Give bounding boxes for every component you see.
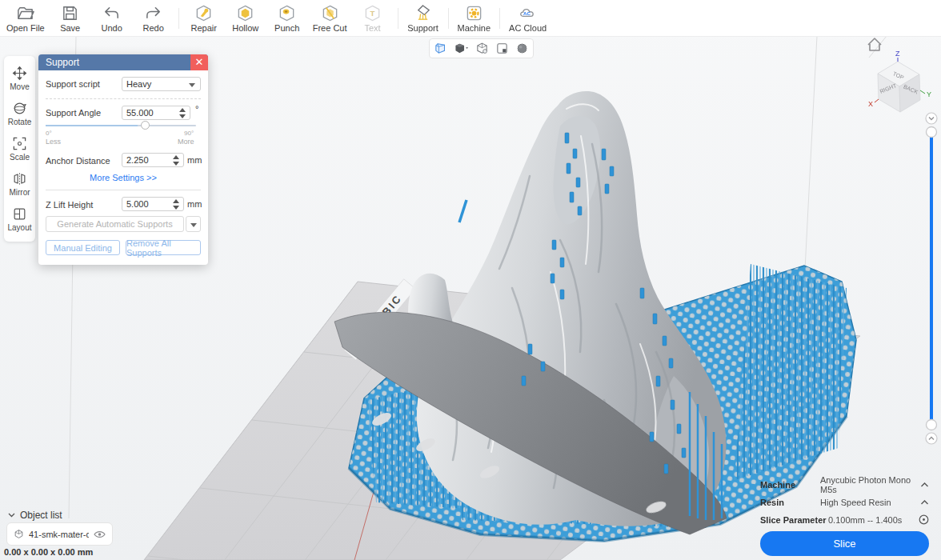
separator <box>46 190 201 190</box>
generate-supports-dropdown[interactable] <box>186 216 201 232</box>
slider-handle-bottom[interactable] <box>927 420 937 430</box>
support-script-dropdown[interactable]: Heavy <box>122 77 201 91</box>
anchor-distance-value: 2.250 <box>126 155 149 165</box>
repair-button[interactable]: Repair <box>183 2 225 35</box>
z-lift-height-label: Z Lift Height <box>46 200 93 210</box>
slice-parameter-row[interactable]: Slice Parameter 0.100mm -- 1.400s <box>760 514 929 526</box>
support-script-value: Heavy <box>126 79 151 89</box>
spinner-down-icon[interactable] <box>179 114 186 118</box>
support-angle-slider[interactable] <box>46 125 196 126</box>
scale-icon <box>12 136 27 151</box>
support-angle-value: 55.000 <box>126 108 154 118</box>
support-angle-spinner[interactable] <box>179 108 186 118</box>
axis-z-label: Z <box>895 50 900 58</box>
close-icon[interactable]: ✕ <box>190 54 208 70</box>
support-dialog-title: Support <box>38 54 208 70</box>
hollow-button[interactable]: Hollow <box>225 2 266 35</box>
resin-label: Resin <box>760 498 820 507</box>
support-angle-label: Support Angle <box>46 108 101 118</box>
object-name: 41-smk-mater-dol... <box>29 530 89 539</box>
text-button[interactable]: T Text <box>352 2 394 35</box>
z-lift-unit: mm <box>187 199 202 209</box>
support-angle-input[interactable]: 55.000 <box>122 106 190 120</box>
screenshot-icon[interactable] <box>495 42 509 55</box>
anchor-distance-spinner[interactable] <box>173 155 180 166</box>
svg-text:T: T <box>370 8 375 17</box>
sidebar-item-rotate[interactable]: Rotate <box>4 96 35 131</box>
more-settings-link[interactable]: More Settings >> <box>38 173 208 182</box>
object-list-header[interactable]: Object list <box>8 510 62 521</box>
text-icon: T <box>363 4 382 22</box>
wireframe-view-icon[interactable] <box>434 42 447 55</box>
axis-x-label: X <box>868 100 873 108</box>
anchor-unit: mm <box>187 155 202 165</box>
model-dimensions: 0.00 x 0.00 x 0.00 mm <box>4 547 93 557</box>
toolbar-separator <box>178 8 179 29</box>
view-mode-toolbar <box>429 38 534 58</box>
machine-icon <box>465 4 483 22</box>
repair-icon <box>194 4 213 22</box>
machine-row[interactable]: Machine Anycubic Photon Mono M5s <box>760 478 929 490</box>
redo-button[interactable]: Redo <box>133 2 174 35</box>
sidebar-item-move[interactable]: Move <box>4 61 35 96</box>
slice-button[interactable]: Slice <box>760 531 929 556</box>
object-list-title: Object list <box>20 510 62 521</box>
save-button[interactable]: Save <box>50 2 91 35</box>
layout-icon <box>12 206 27 222</box>
ac-cloud-button[interactable]: AC AC Cloud <box>504 2 551 35</box>
spinner-up-icon[interactable] <box>173 199 179 203</box>
sidebar-item-scale[interactable]: Scale <box>4 131 35 166</box>
rotate-icon <box>12 101 27 116</box>
svg-text:AC: AC <box>523 10 531 15</box>
slider-handle-top[interactable] <box>927 127 937 138</box>
sidebar-item-layout[interactable]: Layout <box>4 202 35 237</box>
mirror-icon <box>12 171 27 186</box>
chevron-up-icon[interactable] <box>920 482 929 488</box>
machine-button[interactable]: Machine <box>453 2 496 35</box>
resin-value: High Speed Resin <box>820 498 920 507</box>
support-button[interactable]: Support <box>402 2 444 35</box>
eye-icon[interactable] <box>94 530 106 538</box>
anchor-distance-input[interactable]: 2.250 <box>122 153 184 167</box>
slider-less-label: Less <box>46 138 61 146</box>
z-lift-height-value: 5.000 <box>126 199 149 209</box>
generate-supports-button[interactable]: Generate Automatic Supports <box>46 216 184 232</box>
punch-button[interactable]: Punch <box>266 2 308 35</box>
slider-handle[interactable] <box>141 121 150 130</box>
cube-icon <box>14 529 24 539</box>
support-dialog: Support ✕ Support script Heavy Support A… <box>38 54 208 265</box>
slider-more-label: More <box>178 138 194 146</box>
toolbar-separator <box>448 8 449 29</box>
remove-all-supports-button[interactable]: Remove All Supports <box>126 240 201 255</box>
transform-sidebar: Move Rotate Scale Mirror Layout <box>4 56 35 242</box>
sphere-view-icon[interactable] <box>515 42 529 55</box>
slice-parameter-settings-icon[interactable] <box>919 514 929 525</box>
transparent-view-icon[interactable] <box>475 42 489 55</box>
spinner-down-icon[interactable] <box>173 162 179 166</box>
sidebar-item-mirror[interactable]: Mirror <box>4 166 35 202</box>
axis-y-label: Y <box>927 90 931 98</box>
manual-editing-button[interactable]: Manual Editing <box>46 240 120 255</box>
spinner-up-icon[interactable] <box>179 108 186 112</box>
support-icon <box>414 4 432 22</box>
free-cut-button[interactable]: Free Cut <box>308 2 352 35</box>
slice-parameter-value: 0.100mm -- 1.400s <box>828 515 919 525</box>
slice-parameter-label: Slice Parameter <box>760 515 828 525</box>
resin-row[interactable]: Resin High Speed Resin <box>760 496 929 508</box>
undo-button[interactable]: Undo <box>91 2 133 35</box>
slider-fill <box>46 125 138 126</box>
z-lift-spinner[interactable] <box>173 199 180 210</box>
open-file-icon <box>16 4 34 22</box>
solid-view-dropdown-icon[interactable] <box>454 42 469 55</box>
main-toolbar: Open File Save Undo Redo Repair Hollow P… <box>0 0 941 37</box>
ac-cloud-icon: AC <box>519 4 537 22</box>
spinner-down-icon[interactable] <box>173 206 179 210</box>
toolbar-separator <box>398 8 398 29</box>
hollow-icon <box>236 4 254 22</box>
spinner-up-icon[interactable] <box>173 155 179 159</box>
chevron-up-icon[interactable] <box>920 499 929 506</box>
chevron-down-icon <box>189 83 195 87</box>
open-file-button[interactable]: Open File <box>2 2 50 35</box>
z-lift-height-input[interactable]: 5.000 <box>122 197 184 211</box>
object-list-item[interactable]: 41-smk-mater-dol... <box>6 522 113 546</box>
